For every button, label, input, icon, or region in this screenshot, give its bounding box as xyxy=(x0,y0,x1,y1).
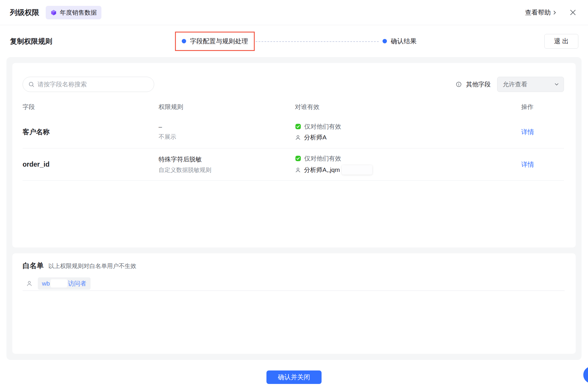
check-badge-icon xyxy=(295,123,301,130)
floating-assistant-button[interactable] xyxy=(582,365,588,385)
dataset-badge[interactable]: 年度销售数据 xyxy=(46,6,101,19)
dialog-title: 列级权限 xyxy=(10,8,39,17)
whitelist-subtitle: 以上权限规则对白名单用户不生效 xyxy=(48,262,136,270)
check-badge-icon xyxy=(295,155,301,162)
member-tag-prefix: wb xyxy=(42,280,50,287)
field-name: 客户名称 xyxy=(23,127,159,136)
step-bar: 复制权限规则 字段配置与规则处理 确认结果 退 出 xyxy=(0,25,588,57)
column-header-field: 字段 xyxy=(23,103,159,111)
rule-cell: 特殊字符后脱敏 自定义数据脱敏规则 xyxy=(159,155,295,174)
whitelist-member-input[interactable]: wb 访问者 xyxy=(23,276,565,291)
step-label-2: 确认结果 xyxy=(391,37,417,46)
rule-primary: 特殊字符后脱敏 xyxy=(159,155,295,163)
scope-line: 仅对他们有效 xyxy=(295,122,521,131)
step-dot-2 xyxy=(383,39,387,43)
table-row: 客户名称 – 不展示 仅对他们有效 分析师A xyxy=(23,116,564,148)
whitelist-title: 白名单 xyxy=(23,261,44,270)
filter-cluster: 其他字段 允许查看 xyxy=(456,77,564,92)
field-search-box[interactable] xyxy=(23,77,154,92)
person-icon xyxy=(295,167,301,173)
column-header-scope: 对谁有效 xyxy=(295,103,521,111)
main-panel: 其他字段 允许查看 字段 权限规则 对谁有效 操作 客户名称 – 不展示 xyxy=(6,57,582,360)
table-header-row: 字段 权限规则 对谁有效 操作 xyxy=(23,103,564,111)
view-select-value: 允许查看 xyxy=(503,80,527,88)
person-icon xyxy=(295,134,301,141)
confirm-close-button[interactable]: 确认并关闭 xyxy=(266,370,322,384)
flow-title: 复制权限规则 xyxy=(10,37,52,46)
scope-cell: 仅对他们有效 分析师A xyxy=(295,122,521,141)
field-name: order_id xyxy=(23,160,159,168)
other-fields-permission-select[interactable]: 允许查看 xyxy=(497,77,564,92)
whitelist-member-tag[interactable]: wb 访问者 xyxy=(38,277,91,290)
redaction-overlay xyxy=(342,165,372,175)
close-button[interactable] xyxy=(568,7,578,18)
cube-icon xyxy=(50,9,57,16)
search-icon xyxy=(28,81,35,88)
step-label-1: 字段配置与规则处理 xyxy=(190,37,248,46)
redaction-overlay xyxy=(51,279,67,287)
step-2: 确认结果 xyxy=(383,37,417,46)
rule-primary: – xyxy=(159,123,295,130)
scope-label: 仅对他们有效 xyxy=(304,122,341,131)
step-connector-line xyxy=(256,41,379,42)
detail-link[interactable]: 详情 xyxy=(521,128,534,136)
field-search-input[interactable] xyxy=(38,81,150,88)
scope-line: 仅对他们有效 xyxy=(295,154,521,163)
scope-label: 仅对他们有效 xyxy=(304,154,341,163)
rule-secondary: 不展示 xyxy=(159,133,295,141)
info-icon[interactable] xyxy=(456,81,462,88)
whitelist-card: 白名单 以上权限规则对白名单用户不生效 wb 访问者 xyxy=(12,253,576,354)
step-dot-1 xyxy=(182,39,186,43)
users-label: 分析师A xyxy=(304,133,327,141)
fields-card: 其他字段 允许查看 字段 权限规则 对谁有效 操作 客户名称 – 不展示 xyxy=(12,63,576,247)
person-icon xyxy=(26,280,33,287)
chevron-down-icon xyxy=(554,81,560,87)
other-fields-label: 其他字段 xyxy=(466,80,491,88)
users-line: 分析师A xyxy=(295,133,521,141)
column-header-action: 操作 xyxy=(521,103,564,111)
close-icon xyxy=(569,8,577,16)
dataset-badge-label: 年度销售数据 xyxy=(60,8,97,17)
member-tag-suffix: 访问者 xyxy=(68,279,86,288)
detail-link[interactable]: 详情 xyxy=(521,161,534,168)
scope-cell: 仅对他们有效 分析师A,,jqm xyxy=(295,154,521,175)
step-current-highlight: 字段配置与规则处理 xyxy=(175,32,255,51)
column-header-rule: 权限规则 xyxy=(159,103,295,111)
view-help-link[interactable]: 查看帮助 xyxy=(525,8,557,17)
users-line: 分析师A,,jqm xyxy=(295,165,521,175)
users-label: 分析师A,,jqm xyxy=(304,166,340,174)
rule-secondary: 自定义数据脱敏规则 xyxy=(159,166,295,174)
table-row: order_id 特殊字符后脱敏 自定义数据脱敏规则 仅对他们有效 分析师A,,… xyxy=(23,148,564,181)
rule-cell: – 不展示 xyxy=(159,123,295,141)
exit-button[interactable]: 退 出 xyxy=(544,34,578,49)
chevron-right-icon xyxy=(552,10,557,15)
dialog-header: 列级权限 年度销售数据 查看帮助 xyxy=(0,0,588,25)
view-help-label: 查看帮助 xyxy=(525,8,551,17)
whitelist-header: 白名单 以上权限规则对白名单用户不生效 xyxy=(23,261,136,270)
